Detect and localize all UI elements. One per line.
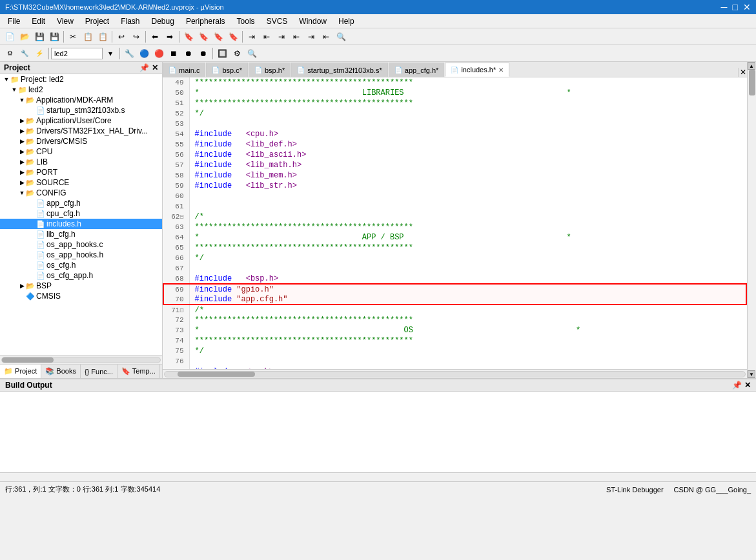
tree-lib[interactable]: ▶ 📂 LIB [0, 157, 162, 167]
menu-item-tools[interactable]: Tools [232, 15, 260, 27]
tab-project[interactable]: 📁 Project [0, 365, 41, 378]
save-all-btn[interactable]: 💾 [47, 30, 61, 44]
target-dropdown[interactable]: led2 [51, 48, 103, 59]
undo-btn[interactable]: ↩ [114, 30, 128, 44]
tab-bsp-c[interactable]: 📄 bsp.c* [206, 63, 248, 77]
tree-cmsis[interactable]: 🔷 CMSIS [0, 291, 162, 301]
menu-item-view[interactable]: View [52, 15, 79, 27]
cut-btn[interactable]: ✂ [66, 30, 80, 44]
tree-app-cfg[interactable]: 📄 app_cfg.h [0, 198, 162, 208]
maximize-btn[interactable]: □ [733, 3, 738, 12]
save-btn[interactable]: 💾 [32, 30, 46, 44]
tree-startup[interactable]: 📄 startup_stm32f103xb.s [0, 105, 162, 115]
close-btn[interactable]: ✕ [743, 3, 751, 12]
menu-item-edit[interactable]: Edit [26, 15, 50, 27]
settings-btn[interactable]: 🔲 [215, 46, 229, 61]
fold-marker[interactable]: ⊟ [179, 307, 183, 314]
open-btn[interactable]: 📂 [17, 30, 32, 44]
tree-os-cfg[interactable]: 📄 os_cfg.h [0, 260, 162, 270]
tree-led2[interactable]: ▼ 📁 led2 [0, 85, 162, 95]
menu-item-help[interactable]: Help [333, 15, 360, 27]
code-line-55: 55#include <lib_def.h> [163, 139, 746, 150]
tab-books[interactable]: 📚 Books [41, 365, 81, 378]
fold-marker[interactable]: ⊟ [179, 214, 183, 221]
indent2-btn[interactable]: ⇥ [274, 30, 289, 44]
tree-os-hooks-c[interactable]: 📄 os_app_hooks.c [0, 239, 162, 250]
tree-source[interactable]: ▶ 📂 SOURCE [0, 177, 162, 188]
build-output-close[interactable]: ✕ [744, 381, 751, 390]
tree-lib-cfg[interactable]: 📄 lib_cfg.h [0, 229, 162, 239]
magic-btn[interactable]: 🔍 [245, 46, 259, 61]
tree-drivers-stm32[interactable]: ▶ 📂 Drivers/STM32F1xx_HAL_Driv... [0, 126, 162, 136]
debug5-btn[interactable]: ⏺ [181, 46, 196, 61]
close-editor-btn[interactable]: ✕ [738, 68, 747, 77]
build-btn[interactable]: ⚙ [3, 46, 17, 61]
tree-bsp[interactable]: ▶ 📂 BSP [0, 281, 162, 291]
project-close-btn[interactable]: ✕ [152, 63, 158, 72]
bookmark-btn[interactable]: 🔖 [181, 30, 196, 44]
tree-app-user[interactable]: ▶ 📂 Application/User/Core [0, 115, 162, 126]
redo-btn[interactable]: ↪ [129, 30, 143, 44]
debug6-btn[interactable]: ⏺ [196, 46, 210, 61]
bookmark3-btn[interactable]: 🔖 [211, 30, 225, 44]
bookmark4-btn[interactable]: 🔖 [226, 30, 240, 44]
copy-btn[interactable]: 📋 [81, 30, 95, 44]
build-output-h-scrollbar[interactable] [0, 472, 756, 481]
paste-btn[interactable]: 📋 [96, 30, 110, 44]
indent-btn[interactable]: ⇥ [245, 30, 259, 44]
menu-item-file[interactable]: File [3, 15, 25, 27]
indent3-btn[interactable]: ⇥ [304, 30, 318, 44]
outdent3-btn[interactable]: ⇤ [319, 30, 333, 44]
forward-btn[interactable]: ➡ [163, 30, 177, 44]
tab-includes-h[interactable]: 📄 includes.h* ✕ [445, 63, 509, 77]
menu-item-flash[interactable]: Flash [116, 15, 145, 27]
code-area[interactable]: 49**************************************… [163, 77, 747, 369]
back-btn[interactable]: ⬅ [148, 30, 162, 44]
tree-port[interactable]: ▶ 📂 PORT [0, 167, 162, 177]
scroll-down-btn[interactable]: ▼ [748, 370, 755, 378]
tab-bsp-h[interactable]: 📄 bsp.h* [249, 63, 291, 77]
tree-cpu[interactable]: ▶ 📂 CPU [0, 146, 162, 157]
menu-item-svcs[interactable]: SVCS [261, 15, 293, 27]
debug2-btn[interactable]: 🔵 [137, 46, 151, 61]
scroll-up-btn[interactable]: ▲ [748, 62, 755, 70]
build-output-pin[interactable]: 📌 [732, 381, 742, 390]
target-select-btn[interactable]: ▾ [103, 46, 117, 61]
tree-includes-h[interactable]: 📄 includes.h [0, 219, 162, 229]
options-btn[interactable]: ⚙ [230, 46, 244, 61]
bookmark2-btn[interactable]: 🔖 [196, 30, 210, 44]
debug3-btn[interactable]: 🔴 [152, 46, 166, 61]
code-line-66: 66*/ [163, 253, 746, 263]
editor-v-scrollbar[interactable]: ▲ ▼ [747, 62, 756, 378]
outdent-btn[interactable]: ⇤ [260, 30, 274, 44]
find-btn[interactable]: 🔍 [334, 30, 348, 44]
minimize-btn[interactable]: ─ [721, 3, 728, 12]
project-h-scrollbar[interactable] [0, 355, 162, 364]
tree-os-hooks-h[interactable]: 📄 os_app_hooks.h [0, 250, 162, 260]
tree-app-mdk[interactable]: ▼ 📂 Application/MDK-ARM [0, 95, 162, 105]
tree-os-cfg-app[interactable]: 📄 os_cfg_app.h [0, 270, 162, 281]
tab-main-c[interactable]: 📄 main.c [163, 63, 205, 77]
menu-item-peripherals[interactable]: Peripherals [181, 15, 230, 27]
tab-startup-s[interactable]: 📄 startup_stm32f103xb.s* [291, 63, 388, 77]
menu-item-window[interactable]: Window [294, 15, 332, 27]
tree-config[interactable]: ▼ 📂 CONFIG [0, 188, 162, 198]
project-pin-btn[interactable]: 📌 [139, 63, 149, 72]
menu-item-debug[interactable]: Debug [147, 15, 179, 27]
tree-project-led2[interactable]: ▼ 📁 Project: led2 [0, 74, 162, 85]
tab-app-cfg-h[interactable]: 📄 app_cfg.h* [389, 63, 445, 77]
line-number: 76 [163, 356, 189, 366]
new-btn[interactable]: 📄 [3, 30, 17, 44]
editor-h-scrollbar[interactable] [163, 369, 747, 378]
debug1-btn[interactable]: 🔧 [122, 46, 136, 61]
tab-temp[interactable]: 🔖 Temp... [117, 365, 160, 378]
menu-item-project[interactable]: Project [80, 15, 114, 27]
tree-cpu-cfg[interactable]: 📄 cpu_cfg.h [0, 208, 162, 219]
tree-drivers-cmsis[interactable]: ▶ 📂 Drivers/CMSIS [0, 136, 162, 146]
rebuild-btn[interactable]: 🔧 [17, 46, 32, 61]
tab-close-btn[interactable]: ✕ [498, 66, 504, 74]
debug4-btn[interactable]: ⏹ [167, 46, 181, 61]
outdent2-btn[interactable]: ⇤ [289, 30, 303, 44]
flash-btn[interactable]: ⚡ [32, 46, 46, 61]
tab-funcs[interactable]: {} Func... [81, 365, 117, 378]
